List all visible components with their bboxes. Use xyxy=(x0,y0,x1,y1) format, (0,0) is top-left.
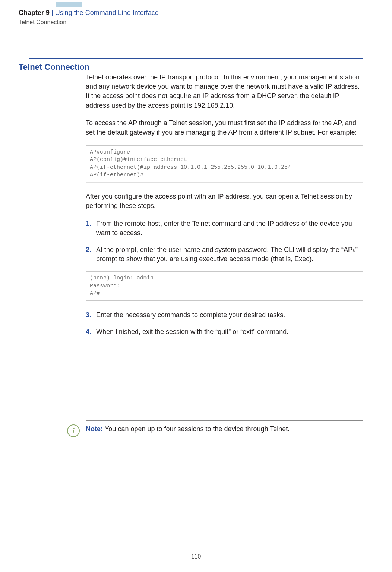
step-2: 2. At the prompt, enter the user name an… xyxy=(86,245,363,264)
step-3: 3. Enter the necessary commands to compl… xyxy=(86,310,363,320)
code-block-login: (none) login: admin Password: AP# xyxy=(86,271,363,301)
header-separator: | xyxy=(50,9,55,16)
paragraph-steps-intro: After you configure the access point wit… xyxy=(86,192,363,211)
note-callout: i Note: You can open up to four sessions… xyxy=(67,420,363,441)
step-number: 4. xyxy=(86,327,96,336)
header-subtitle: Telnet Connection xyxy=(19,18,373,26)
step-text: When finished, exit the session with the… xyxy=(96,327,363,336)
page-tab-decoration xyxy=(56,2,82,7)
chapter-line: Chapter 9 | Using the Command Line Inter… xyxy=(19,8,373,18)
section-title: Telnet Connection xyxy=(19,61,89,73)
note-rule-bottom xyxy=(86,441,363,441)
step-number: 3. xyxy=(86,310,96,320)
chapter-title: Using the Command Line Interface xyxy=(55,9,159,16)
step-text: From the remote host, enter the Telnet c… xyxy=(96,219,363,238)
step-4: 4. When finished, exit the session with … xyxy=(86,327,363,336)
paragraph-access: To access the AP through a Telnet sessio… xyxy=(86,118,363,137)
step-text: Enter the necessary commands to complete… xyxy=(96,310,363,320)
step-1: 1. From the remote host, enter the Telne… xyxy=(86,219,363,238)
section-rule xyxy=(29,58,363,59)
paragraph-intro: Telnet operates over the IP transport pr… xyxy=(86,73,363,110)
info-icon: i xyxy=(67,424,80,437)
code-block-configure: AP#configure AP(config)#interface ethern… xyxy=(86,145,363,182)
note-body: Note: You can open up to four sessions t… xyxy=(86,424,290,434)
step-number: 1. xyxy=(86,219,96,238)
page-footer: – 110 – xyxy=(0,553,392,561)
note-text: You can open up to four sessions to the … xyxy=(105,425,290,433)
chapter-label: Chapter 9 xyxy=(19,9,50,16)
note-label: Note: xyxy=(86,425,105,433)
step-number: 2. xyxy=(86,245,96,264)
page-header: Chapter 9 | Using the Command Line Inter… xyxy=(19,8,373,27)
step-text: At the prompt, enter the user name and s… xyxy=(96,245,363,264)
main-content: Telnet operates over the IP transport pr… xyxy=(86,73,363,344)
